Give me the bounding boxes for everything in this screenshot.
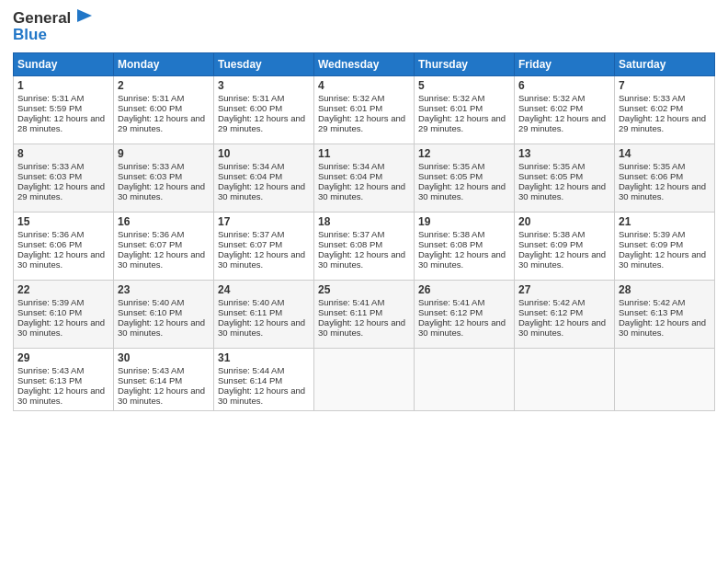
day-number: 29 — [17, 351, 109, 364]
daylight-label: Daylight: 12 hours and 30 minutes. — [619, 249, 706, 270]
daylight-label: Daylight: 12 hours and 30 minutes. — [118, 317, 205, 338]
day-number: 1 — [17, 79, 109, 92]
logo-flag-icon — [74, 7, 94, 28]
day-number: 17 — [218, 215, 310, 228]
sunrise-text: Sunrise: 5:33 AM — [17, 161, 84, 171]
calendar-cell: 12Sunrise: 5:35 AMSunset: 6:05 PMDayligh… — [415, 144, 515, 212]
sunset-text: Sunset: 5:59 PM — [17, 103, 82, 113]
day-number: 25 — [318, 283, 410, 296]
calendar-cell: 8Sunrise: 5:33 AMSunset: 6:03 PMDaylight… — [14, 144, 114, 212]
day-number: 15 — [17, 215, 109, 228]
sunrise-text: Sunrise: 5:35 AM — [418, 161, 484, 171]
calendar-cell: 26Sunrise: 5:41 AMSunset: 6:12 PMDayligh… — [415, 280, 515, 348]
daylight-label: Daylight: 12 hours and 29 minutes. — [118, 113, 205, 133]
daylight-label: Daylight: 12 hours and 30 minutes. — [418, 249, 506, 270]
day-number: 7 — [619, 79, 711, 92]
day-number: 5 — [418, 79, 510, 92]
calendar-cell — [415, 348, 515, 410]
calendar-cell: 18Sunrise: 5:37 AMSunset: 6:08 PMDayligh… — [314, 212, 415, 280]
day-number: 22 — [17, 283, 109, 296]
sunrise-text: Sunrise: 5:41 AM — [418, 297, 484, 307]
calendar-cell — [515, 348, 615, 410]
calendar-cell: 5Sunrise: 5:32 AMSunset: 6:01 PMDaylight… — [415, 75, 515, 144]
sunrise-text: Sunrise: 5:40 AM — [218, 297, 284, 307]
day-number: 10 — [218, 147, 310, 160]
header: General Blue — [13, 9, 715, 45]
sunrise-text: Sunrise: 5:38 AM — [418, 229, 484, 239]
sunrise-text: Sunrise: 5:34 AM — [218, 161, 284, 171]
day-number: 21 — [619, 215, 711, 228]
day-number: 26 — [418, 283, 510, 296]
day-number: 30 — [118, 351, 210, 364]
day-number: 24 — [218, 283, 310, 296]
sunset-text: Sunset: 6:04 PM — [318, 171, 382, 181]
sunset-text: Sunset: 6:08 PM — [318, 239, 382, 249]
sunrise-text: Sunrise: 5:35 AM — [619, 161, 685, 171]
daylight-label: Daylight: 12 hours and 30 minutes. — [118, 249, 205, 270]
day-number: 6 — [518, 79, 610, 92]
day-number: 4 — [318, 79, 410, 92]
sunset-text: Sunset: 6:02 PM — [518, 103, 583, 113]
calendar-cell: 30Sunrise: 5:43 AMSunset: 6:14 PMDayligh… — [114, 348, 214, 410]
calendar-container: General Blue SundayMondayTuesdayWednesda… — [0, 0, 728, 420]
sunset-text: Sunset: 6:06 PM — [17, 239, 82, 249]
day-number: 12 — [418, 147, 510, 160]
daylight-label: Daylight: 12 hours and 29 minutes. — [218, 113, 305, 133]
calendar-cell: 16Sunrise: 5:36 AMSunset: 6:07 PMDayligh… — [114, 212, 214, 280]
calendar-cell: 24Sunrise: 5:40 AMSunset: 6:11 PMDayligh… — [214, 280, 314, 348]
day-number: 3 — [218, 79, 310, 92]
sunrise-text: Sunrise: 5:31 AM — [118, 93, 184, 103]
daylight-label: Daylight: 12 hours and 30 minutes. — [17, 249, 105, 270]
weekday-header-thursday: Thursday — [415, 52, 515, 75]
sunrise-text: Sunrise: 5:43 AM — [17, 365, 84, 375]
daylight-label: Daylight: 12 hours and 30 minutes. — [118, 385, 205, 406]
sunset-text: Sunset: 6:03 PM — [118, 171, 182, 181]
daylight-label: Daylight: 12 hours and 29 minutes. — [518, 113, 606, 133]
calendar-cell: 7Sunrise: 5:33 AMSunset: 6:02 PMDaylight… — [615, 75, 715, 144]
daylight-label: Daylight: 12 hours and 30 minutes. — [218, 317, 305, 338]
sunset-text: Sunset: 6:02 PM — [619, 103, 683, 113]
calendar-cell: 2Sunrise: 5:31 AMSunset: 6:00 PMDaylight… — [114, 75, 214, 144]
weekday-header-row: SundayMondayTuesdayWednesdayThursdayFrid… — [14, 52, 715, 75]
daylight-label: Daylight: 12 hours and 29 minutes. — [619, 113, 706, 133]
sunrise-text: Sunrise: 5:39 AM — [17, 297, 84, 307]
sunrise-text: Sunrise: 5:39 AM — [619, 229, 685, 239]
daylight-label: Daylight: 12 hours and 30 minutes. — [318, 249, 405, 270]
sunrise-text: Sunrise: 5:31 AM — [17, 93, 84, 103]
calendar-cell: 23Sunrise: 5:40 AMSunset: 6:10 PMDayligh… — [114, 280, 214, 348]
weekday-header-wednesday: Wednesday — [314, 52, 415, 75]
calendar-cell: 6Sunrise: 5:32 AMSunset: 6:02 PMDaylight… — [515, 75, 615, 144]
daylight-label: Daylight: 12 hours and 29 minutes. — [318, 113, 405, 133]
calendar-cell: 11Sunrise: 5:34 AMSunset: 6:04 PMDayligh… — [314, 144, 415, 212]
calendar-cell: 1Sunrise: 5:31 AMSunset: 5:59 PMDaylight… — [14, 75, 114, 144]
calendar-cell: 4Sunrise: 5:32 AMSunset: 6:01 PMDaylight… — [314, 75, 415, 144]
daylight-label: Daylight: 12 hours and 30 minutes. — [218, 181, 305, 201]
sunset-text: Sunset: 6:07 PM — [118, 239, 182, 249]
weekday-header-saturday: Saturday — [615, 52, 715, 75]
daylight-label: Daylight: 12 hours and 30 minutes. — [318, 317, 405, 338]
calendar-cell: 19Sunrise: 5:38 AMSunset: 6:08 PMDayligh… — [415, 212, 515, 280]
daylight-label: Daylight: 12 hours and 30 minutes. — [418, 181, 506, 201]
sunset-text: Sunset: 6:13 PM — [17, 375, 82, 385]
daylight-label: Daylight: 12 hours and 30 minutes. — [518, 181, 606, 201]
sunset-text: Sunset: 6:14 PM — [118, 375, 182, 385]
calendar-cell: 10Sunrise: 5:34 AMSunset: 6:04 PMDayligh… — [214, 144, 314, 212]
sunset-text: Sunset: 6:10 PM — [118, 307, 182, 317]
sunrise-text: Sunrise: 5:31 AM — [218, 93, 284, 103]
calendar-cell: 15Sunrise: 5:36 AMSunset: 6:06 PMDayligh… — [14, 212, 114, 280]
day-number: 28 — [619, 283, 711, 296]
day-number: 20 — [518, 215, 610, 228]
calendar-cell: 28Sunrise: 5:42 AMSunset: 6:13 PMDayligh… — [615, 280, 715, 348]
sunrise-text: Sunrise: 5:40 AM — [118, 297, 184, 307]
sunset-text: Sunset: 6:05 PM — [418, 171, 483, 181]
sunset-text: Sunset: 6:12 PM — [518, 307, 583, 317]
daylight-label: Daylight: 12 hours and 30 minutes. — [518, 249, 606, 270]
calendar-cell: 21Sunrise: 5:39 AMSunset: 6:09 PMDayligh… — [615, 212, 715, 280]
sunset-text: Sunset: 6:00 PM — [218, 103, 282, 113]
day-number: 19 — [418, 215, 510, 228]
sunrise-text: Sunrise: 5:44 AM — [218, 365, 284, 375]
sunrise-text: Sunrise: 5:32 AM — [518, 93, 585, 103]
daylight-label: Daylight: 12 hours and 30 minutes. — [218, 249, 305, 270]
calendar-cell: 14Sunrise: 5:35 AMSunset: 6:06 PMDayligh… — [615, 144, 715, 212]
sunrise-text: Sunrise: 5:32 AM — [318, 93, 384, 103]
